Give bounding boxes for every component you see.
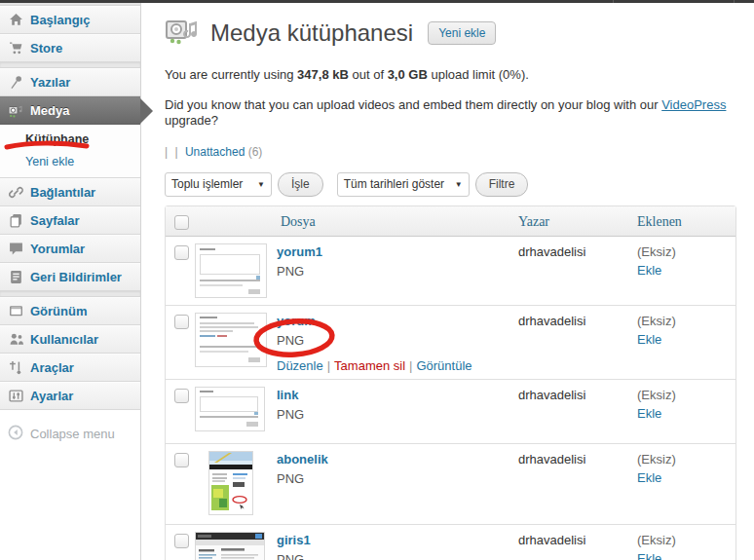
usage-text: You are currently using bbox=[165, 67, 297, 82]
sidebar-item-yorumlar[interactable]: Yorumlar bbox=[0, 235, 140, 263]
row-checkbox[interactable] bbox=[174, 389, 189, 403]
table-row: abonelik PNG drhavadelisi (Eksiz) Ekle bbox=[166, 444, 735, 525]
table-row: giris1 PNG drhavadelisi (Eksiz) Ekle bbox=[166, 525, 735, 560]
sidebar-item-baslangic[interactable]: Başlangıç bbox=[0, 6, 140, 34]
unattached-filter-link[interactable]: Unattached bbox=[185, 145, 245, 159]
admin-sidebar: Başlangıç Store Yazılar Medya Kütüphane … bbox=[0, 0, 141, 560]
comments-icon bbox=[8, 242, 23, 257]
view-separator: | bbox=[165, 145, 168, 159]
sidebar-item-yeni-ekle[interactable]: Yeni ekle bbox=[25, 155, 140, 168]
date-filter-select[interactable]: Tüm tarihleri göster ▼ bbox=[337, 172, 470, 197]
feedback-icon bbox=[8, 270, 23, 285]
media-title-link[interactable]: yorum bbox=[277, 314, 503, 328]
sidebar-item-araclar[interactable]: Araçlar bbox=[0, 354, 140, 382]
media-file-type: PNG bbox=[277, 264, 503, 279]
row-checkbox[interactable] bbox=[174, 315, 189, 329]
attach-link[interactable]: Ekle bbox=[637, 332, 735, 347]
media-title-link[interactable]: abonelik bbox=[277, 452, 503, 467]
media-thumbnail[interactable] bbox=[195, 243, 267, 298]
media-file-type: PNG bbox=[277, 471, 503, 486]
media-file-type: PNG bbox=[277, 552, 503, 560]
media-icon bbox=[8, 103, 23, 119]
users-icon bbox=[8, 332, 23, 348]
attach-status: (Eksiz) bbox=[637, 388, 735, 402]
sidebar-item-geri-bildirimler[interactable]: Geri Bildirimler bbox=[0, 263, 140, 291]
page-title: Medya kütüphanesi bbox=[210, 17, 413, 50]
apply-button[interactable]: İşle bbox=[278, 172, 323, 197]
sidebar-item-kutuphane[interactable]: Kütüphane bbox=[25, 132, 140, 146]
media-thumbnail[interactable] bbox=[208, 451, 253, 515]
bulk-actions-toolbar: Toplu işlemler ▼ İşle Tüm tarihleri göst… bbox=[165, 171, 736, 197]
filter-button[interactable]: Filtre bbox=[475, 172, 529, 197]
column-header-added[interactable]: Eklenen bbox=[627, 206, 735, 236]
sidebar-item-kullanicilar[interactable]: Kullanıcılar bbox=[0, 325, 140, 354]
sidebar-item-yazilar[interactable]: Yazılar bbox=[0, 68, 140, 96]
unattached-count: (6) bbox=[248, 145, 263, 159]
view-separator: | bbox=[174, 145, 177, 159]
attach-link[interactable]: Ekle bbox=[637, 470, 735, 485]
date-filter-value: Tüm tarihleri göster bbox=[344, 177, 444, 191]
column-header-file[interactable]: Dosya bbox=[275, 206, 509, 236]
collapse-menu-label: Collapse menu bbox=[30, 427, 115, 441]
videopress-link[interactable]: VideoPress bbox=[661, 97, 726, 112]
links-icon bbox=[8, 185, 23, 201]
action-separator: | bbox=[409, 358, 412, 373]
edit-link[interactable]: Düzenle bbox=[277, 358, 323, 373]
media-author: drhavadelisi bbox=[509, 380, 627, 443]
table-header-row: Dosya Yazar Eklenen bbox=[166, 206, 735, 237]
sidebar-item-ayarlar[interactable]: Ayarlar bbox=[0, 382, 140, 410]
row-checkbox[interactable] bbox=[174, 245, 189, 260]
collapse-menu-button[interactable]: Collapse menu bbox=[8, 425, 140, 443]
sidebar-item-label: Store bbox=[30, 41, 62, 56]
view-link[interactable]: Görüntüle bbox=[416, 358, 471, 373]
chevron-down-icon: ▼ bbox=[455, 180, 463, 189]
sidebar-item-store[interactable]: Store bbox=[0, 34, 140, 62]
media-author: drhavadelisi bbox=[509, 237, 627, 305]
sidebar-item-medya[interactable]: Medya bbox=[0, 96, 140, 125]
media-title-link[interactable]: giris1 bbox=[277, 533, 503, 547]
sidebar-item-label: Yorumlar bbox=[30, 242, 85, 256]
videopress-text: Did you know that you can upload videos … bbox=[165, 97, 661, 112]
media-thumbnail[interactable] bbox=[195, 387, 265, 431]
usage-notice: You are currently using 347,8 kB out of … bbox=[165, 67, 736, 83]
action-separator: | bbox=[327, 358, 330, 373]
media-title-link[interactable]: yorum1 bbox=[277, 244, 503, 259]
pages-icon bbox=[8, 213, 23, 229]
sidebar-item-baglantilar[interactable]: Bağlantılar bbox=[0, 178, 140, 206]
sidebar-item-label: Görünüm bbox=[30, 304, 88, 318]
row-checkbox[interactable] bbox=[174, 453, 189, 467]
media-table: Dosya Yazar Eklenen yorum1 PNG drhavadel… bbox=[165, 205, 736, 560]
attach-status: (Eksiz) bbox=[637, 244, 735, 259]
media-author: drhavadelisi bbox=[509, 525, 627, 560]
attach-status: (Eksiz) bbox=[637, 452, 735, 467]
attach-link[interactable]: Ekle bbox=[637, 406, 735, 421]
usage-total-value: 3,0 GB bbox=[388, 67, 428, 82]
attach-link[interactable]: Ekle bbox=[637, 263, 735, 278]
page-header: Medya kütüphanesi Yeni ekle bbox=[165, 14, 736, 53]
sidebar-item-sayfalar[interactable]: Sayfalar bbox=[0, 206, 140, 235]
row-checkbox[interactable] bbox=[174, 534, 189, 548]
media-title-link[interactable]: link bbox=[277, 388, 503, 402]
media-thumbnail[interactable] bbox=[195, 532, 265, 560]
media-author: drhavadelisi bbox=[509, 444, 627, 524]
media-thumbnail[interactable] bbox=[195, 313, 267, 367]
column-header-author[interactable]: Yazar bbox=[509, 206, 627, 236]
collapse-arrow-icon bbox=[8, 425, 23, 443]
usage-text: out of bbox=[349, 67, 388, 82]
delete-permanently-link[interactable]: Tamamen sil bbox=[334, 358, 405, 373]
sidebar-item-label: Yazılar bbox=[30, 75, 70, 90]
appearance-icon bbox=[8, 304, 23, 319]
topbar-separator bbox=[734, 0, 735, 3]
main-content: Medya kütüphanesi Yeni ekle You are curr… bbox=[141, 0, 754, 560]
sidebar-item-label: Araçlar bbox=[30, 360, 74, 375]
bulk-action-value: Toplu işlemler bbox=[171, 177, 243, 191]
row-actions: Düzenle|Tamamen sil|Görüntüle bbox=[277, 358, 503, 373]
select-all-checkbox[interactable] bbox=[174, 215, 189, 230]
sidebar-item-gorunum[interactable]: Görünüm bbox=[0, 297, 140, 325]
videopress-notice: Did you know that you can upload videos … bbox=[165, 97, 736, 129]
active-menu-arrow bbox=[140, 98, 153, 124]
add-new-button[interactable]: Yeni ekle bbox=[428, 21, 496, 45]
bulk-action-select[interactable]: Toplu işlemler ▼ bbox=[165, 172, 272, 197]
sidebar-item-label: Kullanıcılar bbox=[30, 332, 98, 347]
attach-link[interactable]: Ekle bbox=[637, 551, 735, 560]
